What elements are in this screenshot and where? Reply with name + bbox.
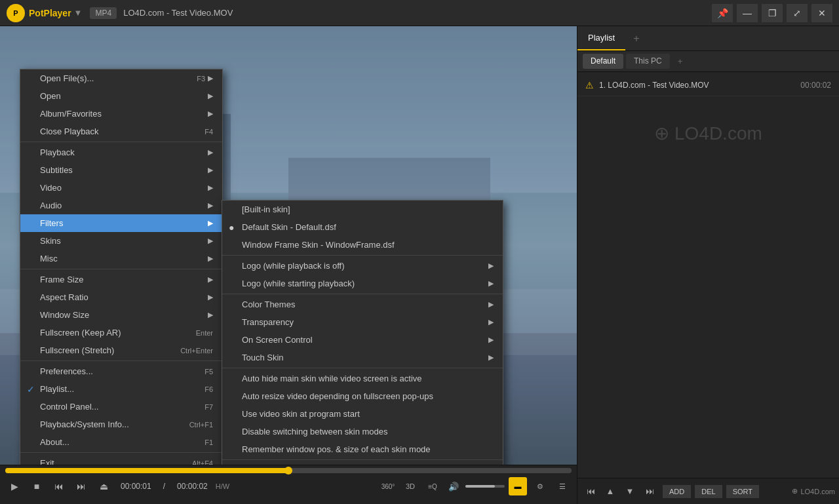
stop-button[interactable]: ■ xyxy=(28,477,46,495)
skin-logo-off[interactable]: Logo (while playback is off) ▶ xyxy=(222,257,503,275)
time-current: 00:00:01 xyxy=(121,482,151,491)
skin-builtin[interactable]: [Built-in skin] xyxy=(222,201,503,218)
app-name: PotPlayer xyxy=(29,8,71,18)
menu-exit[interactable]: Exit Alt+F4 xyxy=(20,454,222,465)
menu-divider-1 xyxy=(20,142,222,142)
playlist-item-icon: ⚠ xyxy=(585,80,594,90)
pin-button[interactable]: 📌 xyxy=(712,4,733,22)
submenu-divider-2 xyxy=(222,294,503,294)
playlist-item-duration: 00:00:02 xyxy=(800,81,831,90)
playlist-items: ⚠ 1. LO4D.com - Test Video.MOV 00:00:02 … xyxy=(577,72,839,478)
sb-add-btn[interactable]: ADD xyxy=(663,485,691,498)
menu-about[interactable]: About... F1 xyxy=(20,433,222,451)
skin-settings[interactable]: Skin Settings... xyxy=(222,461,503,465)
menu-control-panel[interactable]: Control Panel... F7 xyxy=(20,398,222,416)
volume-icon: 🔊 xyxy=(448,482,459,492)
volume-slider[interactable] xyxy=(465,485,505,488)
close-button[interactable]: ✕ xyxy=(811,4,832,22)
maximize-button[interactable]: ⤢ xyxy=(787,4,808,22)
titlebar: P PotPlayer ▼ MP4 LO4D.com - Test Video.… xyxy=(0,0,839,26)
skin-logo-starting[interactable]: Logo (while starting playback) ▶ xyxy=(222,275,503,292)
view-button[interactable]: ▬ xyxy=(509,477,527,495)
skin-transparency[interactable]: Transparency ▶ xyxy=(222,313,503,331)
menu-window-size[interactable]: Window Size ▶ xyxy=(20,306,222,324)
skin-use-video-skin[interactable]: Use video skin at program start xyxy=(222,405,503,423)
sidebar-tab-plus[interactable]: + xyxy=(625,28,647,50)
app-dropdown-arrow[interactable]: ▼ xyxy=(74,8,83,18)
play-button[interactable]: ▶ xyxy=(5,477,24,495)
progress-bar[interactable] xyxy=(5,468,572,473)
menu-preferences[interactable]: Preferences... F5 xyxy=(20,362,222,380)
menu-playback-info[interactable]: Playback/System Info... Ctrl+F1 xyxy=(20,416,222,433)
sb-del-btn[interactable]: DEL xyxy=(695,485,722,498)
submenu-divider-3 xyxy=(222,368,503,368)
menu-subtitles[interactable]: Subtitles ▶ xyxy=(20,161,222,179)
menu-skins[interactable]: Skins ▶ xyxy=(20,232,222,250)
skin-auto-resize[interactable]: Auto resize video depending on fullscree… xyxy=(222,387,503,405)
menu-close-playback[interactable]: Close Playback F4 xyxy=(20,123,222,140)
sb-sort-btn[interactable]: SORT xyxy=(726,485,759,498)
skin-remember-window[interactable]: Remember window pos. & size of each skin… xyxy=(222,440,503,458)
sb-down-btn[interactable]: ▼ xyxy=(621,482,639,501)
menu-fullscreen-stretch[interactable]: Fullscreen (Stretch) Ctrl+Enter xyxy=(20,341,222,359)
menu-frame-size[interactable]: Frame Size ▶ xyxy=(20,271,222,288)
sb-first-btn[interactable]: ⏮ xyxy=(581,482,600,501)
skin-windowframe[interactable]: Window Frame Skin - WindowFrame.dsf xyxy=(222,236,503,254)
menu-button[interactable]: ☰ xyxy=(553,477,572,495)
next-button[interactable]: ⏭ xyxy=(72,477,90,495)
playlist-subtab-thispc[interactable]: This PC xyxy=(626,54,670,69)
menu-aspect-ratio[interactable]: Aspect Ratio ▶ xyxy=(20,288,222,306)
menu-fullscreen-ar[interactable]: Fullscreen (Keep AR) Enter xyxy=(20,324,222,341)
playlist-subtabs: Default This PC + xyxy=(577,51,839,72)
menu-open[interactable]: Open ▶ xyxy=(20,87,222,105)
sb-up-btn[interactable]: ▲ xyxy=(601,482,619,501)
time-separator: / xyxy=(163,482,165,491)
submenu-divider-4 xyxy=(222,459,503,460)
sidebar-logo: ⊕ LO4D.com xyxy=(577,96,839,170)
menu-open-files[interactable]: Open File(s)... F3 ▶ xyxy=(20,69,222,87)
menu-filters[interactable]: Filters ▶ xyxy=(20,214,222,232)
minimize-button[interactable]: — xyxy=(737,4,758,22)
controls-row: ▶ ■ ⏮ ⏭ ⏏ 00:00:01 / 00:00:02 H/W 360° 3… xyxy=(5,477,572,495)
progress-fill xyxy=(5,468,288,473)
eject-button[interactable]: ⏏ xyxy=(94,477,113,495)
360-button[interactable]: 360° xyxy=(379,477,397,495)
skin-disable-switching[interactable]: Disable switching between skin modes xyxy=(222,423,503,440)
lo4d-badge: ⊕ LO4D.com xyxy=(792,487,835,495)
skin-auto-hide[interactable]: Auto hide main skin while video screen i… xyxy=(222,370,503,387)
window-controls: 📌 — ❐ ⤢ ✕ xyxy=(712,4,832,22)
menu-video[interactable]: Video ▶ xyxy=(20,179,222,197)
app-icon: P xyxy=(7,4,25,22)
window-title: LO4D.com - Test Video.MOV xyxy=(123,8,712,18)
lo4d-logo-icon: ⊕ xyxy=(792,487,798,495)
menu-album-favorites[interactable]: Album/Favorites ▶ xyxy=(20,105,222,123)
menu-playback[interactable]: Playback ▶ xyxy=(20,144,222,161)
sidebar-tabs: Playlist + xyxy=(577,26,839,51)
menu-audio[interactable]: Audio ▶ xyxy=(20,197,222,214)
controls-bar: ▶ ■ ⏮ ⏭ ⏏ 00:00:01 / 00:00:02 H/W 360° 3… xyxy=(0,465,577,504)
skin-color-themes[interactable]: Color Themes ▶ xyxy=(222,296,503,313)
playlist-subtab-default[interactable]: Default xyxy=(583,54,623,69)
playlist-item-name: 1. LO4D.com - Test Video.MOV xyxy=(599,81,795,90)
settings-button[interactable]: ⚙ xyxy=(531,477,549,495)
skin-default[interactable]: ● Default Skin - Default.dsf xyxy=(222,218,503,236)
playlist-subtab-plus[interactable]: + xyxy=(673,54,688,69)
eq-button[interactable]: ≡Q xyxy=(423,477,442,495)
format-tag: MP4 xyxy=(90,7,117,19)
menu-misc[interactable]: Misc ▶ xyxy=(20,250,222,267)
video-container: ⊕ LO4D.com Open File(s)... F3 ▶ Open ▶ A… xyxy=(0,26,577,465)
prev-button[interactable]: ⏮ xyxy=(50,477,68,495)
menu-divider-3 xyxy=(20,360,222,361)
skin-on-screen-control[interactable]: On Screen Control ▶ xyxy=(222,331,503,349)
main-layout: ⊕ LO4D.com Open File(s)... F3 ▶ Open ▶ A… xyxy=(0,26,839,504)
playlist-item[interactable]: ⚠ 1. LO4D.com - Test Video.MOV 00:00:02 xyxy=(577,75,839,96)
3d-button[interactable]: 3D xyxy=(401,477,420,495)
sidebar-logo-text: ⊕ LO4D.com xyxy=(604,123,813,144)
sidebar-tab-playlist[interactable]: Playlist xyxy=(577,26,625,50)
sidebar: Playlist + Default This PC + ⚠ 1. LO4D.c… xyxy=(577,26,839,504)
restore-button[interactable]: ❐ xyxy=(762,4,783,22)
menu-playlist[interactable]: ✓ Playlist... F6 xyxy=(20,380,222,398)
skin-touch-skin[interactable]: Touch Skin ▶ xyxy=(222,349,503,366)
sb-last-btn[interactable]: ⏭ xyxy=(640,482,659,501)
time-total: 00:00:02 xyxy=(177,482,208,491)
